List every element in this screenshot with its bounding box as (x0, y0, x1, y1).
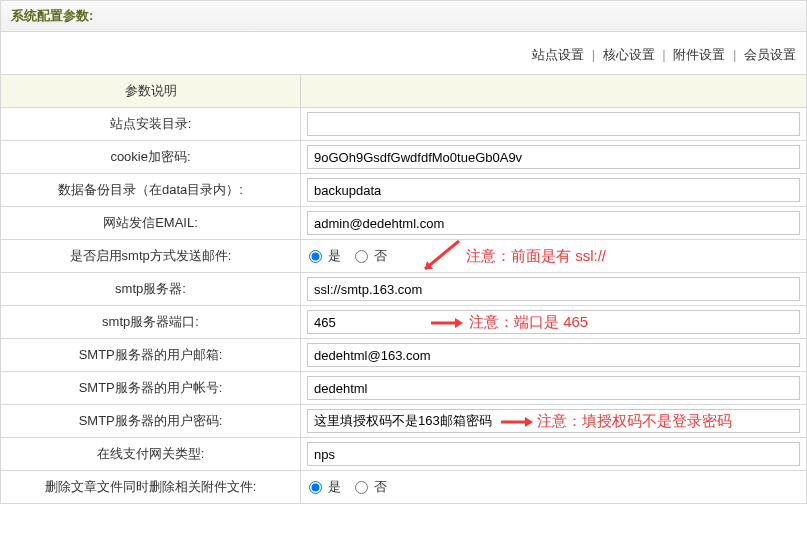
tab-site[interactable]: 站点设置 (532, 47, 584, 62)
radio-label-yes: 是 (328, 247, 341, 265)
column-header-value (301, 75, 807, 108)
input-smtp-user-account[interactable] (307, 376, 800, 400)
label-enable-smtp: 是否启用smtp方式发送邮件: (1, 240, 301, 273)
tabs-bar: 站点设置 | 核心设置 | 附件设置 | 会员设置 (0, 32, 807, 74)
label-install-dir: 站点安装目录: (1, 108, 301, 141)
radio-smtp-yes[interactable] (309, 250, 322, 263)
tab-sep: | (592, 47, 595, 62)
table-row: 在线支付网关类型: (1, 438, 807, 471)
radio-label-yes: 是 (328, 478, 341, 496)
tab-member[interactable]: 会员设置 (744, 47, 796, 62)
input-site-email[interactable] (307, 211, 800, 235)
label-smtp-port: smtp服务器端口: (1, 306, 301, 339)
input-smtp-user-password[interactable] (307, 409, 800, 433)
radio-smtp-no[interactable] (355, 250, 368, 263)
radio-label-no: 否 (374, 247, 387, 265)
label-smtp-user-email: SMTP服务器的用户邮箱: (1, 339, 301, 372)
input-install-dir[interactable] (307, 112, 800, 136)
table-row: SMTP服务器的用户邮箱: (1, 339, 807, 372)
table-row: smtp服务器端口: 注意：端口是 465 (1, 306, 807, 339)
input-smtp-port[interactable] (307, 310, 800, 334)
label-smtp-server: smtp服务器: (1, 273, 301, 306)
table-row: smtp服务器: (1, 273, 807, 306)
tab-core[interactable]: 核心设置 (603, 47, 655, 62)
tab-sep: | (733, 47, 736, 62)
column-header-label: 参数说明 (1, 75, 301, 108)
label-site-email: 网站发信EMAIL: (1, 207, 301, 240)
radio-delattach-no[interactable] (355, 481, 368, 494)
radio-label-no: 否 (374, 478, 387, 496)
label-smtp-user-account: SMTP服务器的用户帐号: (1, 372, 301, 405)
input-smtp-user-email[interactable] (307, 343, 800, 367)
table-row: 网站发信EMAIL: (1, 207, 807, 240)
table-row: cookie加密码: (1, 141, 807, 174)
input-backup-dir[interactable] (307, 178, 800, 202)
config-table: 参数说明 站点安装目录: cookie加密码: 数据备份目录（在data目录内）… (0, 74, 807, 504)
radio-delattach-yes[interactable] (309, 481, 322, 494)
table-row: 数据备份目录（在data目录内）: (1, 174, 807, 207)
label-backup-dir: 数据备份目录（在data目录内）: (1, 174, 301, 207)
table-row: SMTP服务器的用户帐号: (1, 372, 807, 405)
input-payment-gateway[interactable] (307, 442, 800, 466)
input-smtp-server[interactable] (307, 277, 800, 301)
input-cookie-key[interactable] (307, 145, 800, 169)
label-payment-gateway: 在线支付网关类型: (1, 438, 301, 471)
table-row: SMTP服务器的用户密码: 注意：填授权码不是登录密码 (1, 405, 807, 438)
table-row: 删除文章文件同时删除相关附件文件: 是 否 (1, 471, 807, 504)
table-row: 站点安装目录: (1, 108, 807, 141)
label-delete-attach: 删除文章文件同时删除相关附件文件: (1, 471, 301, 504)
label-cookie-key: cookie加密码: (1, 141, 301, 174)
tab-sep: | (662, 47, 665, 62)
page-title: 系统配置参数: (0, 0, 807, 32)
tab-attach[interactable]: 附件设置 (673, 47, 725, 62)
label-smtp-user-password: SMTP服务器的用户密码: (1, 405, 301, 438)
table-row: 是否启用smtp方式发送邮件: 是 否 注意：前面是有 ssl:// (1, 240, 807, 273)
